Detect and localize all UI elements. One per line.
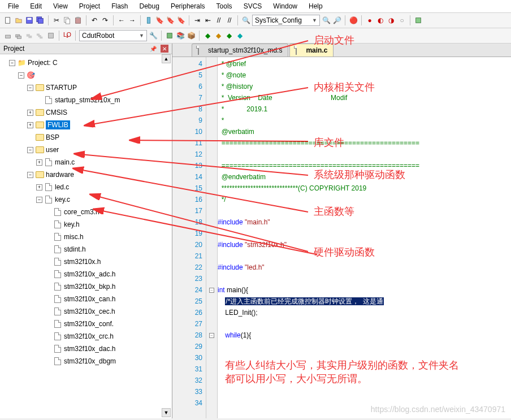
tree-item[interactable]: stm32f10x_adc.h (0, 268, 172, 280)
nav-fwd-icon[interactable]: → (128, 16, 137, 25)
menu-item[interactable]: SVCS (239, 1, 267, 11)
tree-item[interactable]: misc.h (0, 231, 172, 243)
cut-icon[interactable]: ✂ (52, 16, 61, 25)
menu-item[interactable]: File (3, 1, 23, 11)
options-icon[interactable]: ◆ (214, 31, 223, 40)
scroll-up-icon[interactable]: ▲ (162, 54, 171, 63)
project-tree[interactable]: −📁Project: C−🎯−STARTUP startup_stm32f10x… (0, 54, 172, 370)
indent-icon[interactable]: ⇥ (193, 16, 202, 25)
tree-item[interactable]: −user (0, 144, 172, 156)
tree-item[interactable]: −📁Project: C (0, 57, 172, 69)
svg-rect-13 (17, 36, 21, 38)
pack-installer-icon[interactable]: ◆ (203, 31, 212, 40)
close-panel-icon[interactable]: ✕ (161, 45, 168, 53)
tree-item[interactable]: stm32f10x_bkp.h (0, 280, 172, 293)
code-text[interactable]: * @brief * @note * @history * Version Da… (218, 57, 511, 418)
tab-label: startup_stm32f10x_md.s (208, 46, 282, 54)
tree-item[interactable]: −hardware (0, 168, 172, 181)
svg-rect-4 (38, 19, 44, 24)
find-next-icon[interactable]: 🔍 (322, 16, 331, 25)
config-icon[interactable] (414, 16, 423, 25)
menu-item[interactable]: Edit (25, 1, 46, 11)
svg-rect-9 (147, 18, 150, 24)
scroll-down-icon[interactable]: ▼ (162, 408, 171, 417)
menu-bar: File Edit View Project Flash Debug Perip… (0, 0, 511, 13)
tree-item[interactable]: −key.c (0, 193, 172, 206)
breakpoint2-icon[interactable]: ◐ (376, 16, 385, 25)
open-file-icon[interactable] (14, 16, 23, 25)
uncomment-icon[interactable]: // (225, 16, 234, 25)
svg-rect-15 (28, 36, 32, 38)
tree-item[interactable]: stm32f10x_conf. (0, 318, 172, 330)
tree-item[interactable]: stm32f10x_dbgm (0, 355, 172, 367)
tree-item[interactable]: key.h (0, 218, 172, 231)
build-target-icon[interactable] (14, 31, 23, 40)
bookmark-clear-icon[interactable]: 🔖 (176, 16, 185, 25)
tree-item[interactable]: stdint.h (0, 243, 172, 256)
tree-item[interactable]: stm32f10x.h (0, 256, 172, 268)
tree-item[interactable]: stm32f10x_cec.h (0, 305, 172, 318)
bookmark-prev-icon[interactable]: 🔖 (155, 16, 164, 25)
build-icon[interactable] (3, 31, 12, 40)
manage-rtc-icon[interactable]: 📦 (187, 31, 196, 40)
target-select[interactable]: CdutRobot▼ (79, 30, 147, 41)
editor-tab[interactable]: main.c (289, 44, 334, 57)
undo-icon[interactable]: ↶ (90, 16, 99, 25)
tree-item[interactable]: stm32f10x_crc.h (0, 330, 172, 343)
svg-rect-11 (6, 35, 11, 38)
select-pack-icon[interactable]: ◆ (235, 31, 244, 40)
debug-icon[interactable]: 🔴 (349, 16, 358, 25)
tree-item[interactable]: +CMSIS (0, 106, 172, 119)
tree-item[interactable]: stm32f10x_can.h (0, 293, 172, 305)
svg-rect-10 (416, 18, 421, 23)
bookmark-next-icon[interactable]: 🔖 (166, 16, 175, 25)
editor-tab[interactable]: startup_stm32f10x_md.s (192, 44, 288, 57)
svg-rect-21 (167, 33, 172, 38)
bookmark-icon[interactable] (144, 16, 153, 25)
manage-books-icon[interactable]: 📚 (176, 31, 185, 40)
new-file-icon[interactable] (3, 16, 12, 25)
breakpoint-icon[interactable]: ● (365, 16, 374, 25)
menu-item[interactable]: Window (269, 1, 302, 11)
code-editor: startup_stm32f10x_md.s main.c 4567891011… (172, 44, 511, 418)
download-icon[interactable]: LOAD (63, 31, 72, 40)
save-icon[interactable] (25, 16, 34, 25)
tree-item[interactable]: core_cm3.h (0, 206, 172, 218)
find-combo[interactable]: SysTick_Config▼ (252, 15, 320, 26)
redo-icon[interactable]: ↷ (101, 16, 110, 25)
find-icon[interactable]: 🔍 (241, 16, 250, 25)
tree-item[interactable]: +main.c (0, 156, 172, 168)
tree-item[interactable]: −🎯 (0, 69, 172, 81)
breakpoint3-icon[interactable]: ◑ (387, 16, 396, 25)
copy-icon[interactable] (63, 16, 72, 25)
comment-icon[interactable]: // (214, 16, 223, 25)
menu-item[interactable]: Peripherals (166, 1, 210, 11)
editor-tabbar: startup_stm32f10x_md.s main.c (172, 44, 511, 57)
pin-icon[interactable]: 📌 (149, 45, 157, 53)
menu-item[interactable]: View (49, 1, 72, 11)
manage-icon[interactable]: ◆ (224, 31, 233, 40)
breakpoint4-icon[interactable]: ○ (397, 16, 406, 25)
menu-item[interactable]: Help (304, 1, 327, 11)
find-files-icon[interactable]: 🔎 (332, 16, 341, 25)
menu-item[interactable]: Tools (212, 1, 237, 11)
menu-item[interactable]: Flash (107, 1, 132, 11)
batch-build-icon[interactable] (36, 31, 45, 40)
stop-build-icon[interactable] (46, 31, 55, 40)
outdent-icon[interactable]: ⇤ (203, 16, 213, 25)
menu-item[interactable]: Debug (135, 1, 164, 11)
nav-back-icon[interactable]: ← (117, 16, 126, 25)
manage-project-icon[interactable] (165, 31, 174, 40)
rebuild-icon[interactable] (25, 31, 34, 40)
tree-item[interactable]: +FWLIB (0, 119, 172, 131)
paste-icon[interactable] (73, 16, 83, 25)
tree-item[interactable]: startup_stm32f10x_m (0, 94, 172, 106)
tree-item[interactable]: +led.c (0, 181, 172, 193)
save-all-icon[interactable] (36, 16, 45, 25)
target-options-icon[interactable]: 🔧 (149, 31, 158, 40)
tree-item[interactable]: −STARTUP (0, 81, 172, 94)
tree-item[interactable]: BSP (0, 131, 172, 144)
tree-item[interactable]: stm32f10x_dac.h (0, 343, 172, 355)
menu-item[interactable]: Project (75, 1, 105, 11)
fold-column[interactable]: −− (206, 57, 218, 418)
